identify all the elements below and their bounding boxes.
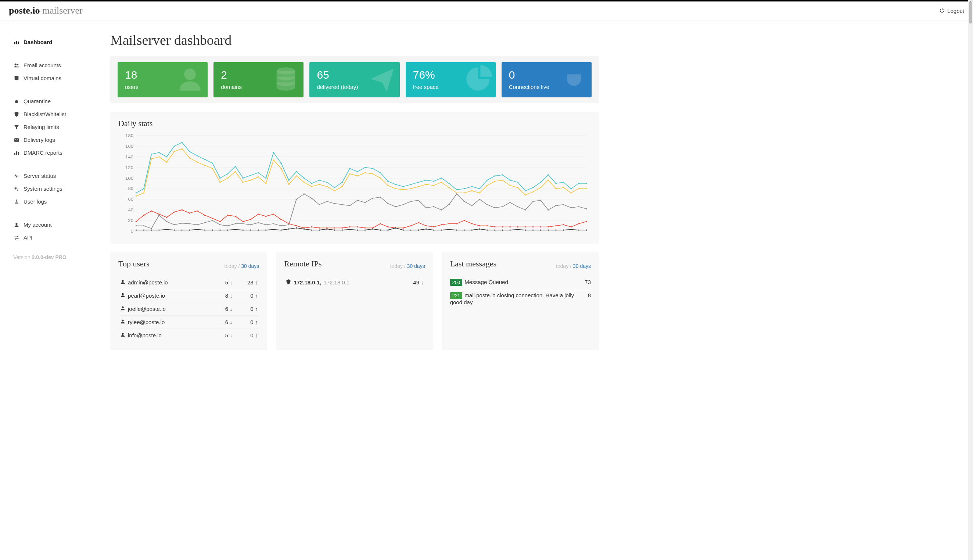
svg-point-146 [509,185,511,186]
svg-point-208 [525,210,526,210]
svg-point-177 [288,224,290,225]
svg-rect-10 [18,152,19,155]
svg-point-50 [235,166,236,167]
sidebar-item-my-account[interactable]: My account [13,218,93,231]
svg-point-86 [509,180,511,181]
daily-stats-title: Daily stats [118,119,591,128]
brand-name: poste.io [9,5,40,16]
svg-point-227 [212,218,213,219]
table-row[interactable]: rylee@poste.io 6 ↓ 0 ↑ [118,316,259,329]
svg-point-195 [425,207,427,208]
svg-point-259 [456,223,458,224]
stat-card-connections-live[interactable]: 0 Connections live [501,62,591,97]
user-icon [120,318,126,325]
svg-point-155 [578,188,580,189]
stat-card-users[interactable]: 18 users [118,62,208,97]
svg-point-221 [166,217,168,218]
svg-point-235 [273,213,274,215]
svg-point-73 [410,184,412,185]
sidebar-item-quarantine[interactable]: Quarantine [13,95,93,108]
table-row[interactable]: joelle@poste.io 6 ↓ 0 ↑ [118,302,259,316]
sidebar-item-email-accounts[interactable]: Email accounts [13,59,93,72]
sidebar-item-blacklist-whitelist[interactable]: Blacklist/Whitelist [13,108,93,120]
svg-point-207 [517,206,518,207]
sidebar-item-delivery-logs[interactable]: Delivery logs [13,133,93,146]
inbound-count: 5 ↓ [215,276,234,289]
svg-point-153 [563,187,565,188]
bar-chart-icon [13,39,20,45]
svg-point-136 [433,185,435,186]
stat-card-free-space[interactable]: 76% free space [406,62,496,97]
svg-point-97 [136,195,137,197]
sidebar-item-relaying-limits[interactable]: Relaying limits [13,120,93,133]
svg-point-40 [158,152,160,153]
svg-point-287 [212,230,213,231]
sidebar-item-dmarc-reports[interactable]: DMARC reports [13,146,93,159]
last-messages-range: today / 30 days [556,263,591,269]
svg-point-66 [357,171,358,172]
stat-card-delivered-today-[interactable]: 65 delivered (today) [309,62,400,97]
svg-point-179 [303,193,305,194]
svg-point-70 [387,181,389,182]
outbound-count: 0 ↑ [234,329,260,342]
svg-point-142 [479,192,480,193]
inbound-count: 6 ↓ [215,302,234,316]
sidebar-item-label: My account [23,222,52,228]
sidebar-item-label: Delivery logs [23,137,55,143]
range-today[interactable]: today [224,263,237,269]
svg-text:180: 180 [125,133,133,138]
svg-point-223 [181,210,183,210]
svg-point-95 [578,183,580,184]
scroll-thumb[interactable] [969,2,972,23]
svg-point-229 [227,215,228,216]
svg-point-237 [288,223,290,224]
svg-point-324 [494,230,496,231]
table-row[interactable]: admin@poste.io 5 ↓ 23 ↑ [118,276,259,289]
svg-point-131 [395,188,397,189]
svg-point-204 [494,207,496,208]
svg-point-290 [235,229,236,230]
svg-text:20: 20 [128,218,133,223]
svg-point-145 [501,180,503,181]
sidebar-item-label: Email accounts [23,62,61,68]
sidebar-item-api[interactable]: API [13,231,93,244]
svg-point-337 [122,280,123,282]
svg-point-45 [197,155,198,156]
daily-stats-chart: 020406080100120140160180 [118,133,591,235]
sidebar-item-dashboard[interactable]: Dashboard [13,36,93,48]
sidebar-item-user-logs[interactable]: User logs [13,195,93,208]
svg-point-267 [517,227,518,227]
list-item[interactable]: 221mail.poste.io closing connection. Hav… [450,289,591,308]
svg-text:140: 140 [125,155,133,160]
svg-point-78 [448,183,450,184]
svg-point-285 [197,229,198,230]
svg-point-141 [471,190,473,192]
svg-point-336 [586,230,587,231]
range-30days[interactable]: 30 days [241,263,259,269]
svg-point-180 [311,198,312,199]
scrollbar[interactable]: ▲ [968,0,973,373]
svg-point-163 [181,223,183,224]
svg-point-53 [258,172,259,173]
sidebar-item-virtual-domains[interactable]: Virtual domains [13,72,93,85]
svg-point-256 [433,227,435,227]
table-row[interactable]: pearl@poste.io 8 ↓ 0 ↑ [118,289,259,302]
svg-point-271 [548,227,549,227]
svg-point-12 [17,189,18,190]
svg-text:80: 80 [128,187,133,192]
sidebar-item-system-settings[interactable]: System settings [13,182,93,195]
table-row[interactable]: info@poste.io 5 ↓ 0 ↑ [118,329,259,342]
logout-button[interactable]: Logout [939,7,964,14]
svg-point-231 [242,221,243,222]
stat-card-domains[interactable]: 2 domains [213,62,303,97]
sidebar-item-server-status[interactable]: Server status [13,169,93,182]
svg-point-72 [402,186,404,187]
table-row[interactable]: 172.18.0.1, 172.18.0.1 49 ↓ [284,276,425,289]
svg-point-98 [143,192,144,193]
svg-point-130 [387,185,389,186]
svg-text:40: 40 [128,208,133,212]
outbound-count: 0 ↑ [234,289,260,302]
list-item[interactable]: 250Message Queued73 [450,276,591,289]
svg-point-280 [158,230,160,231]
top-users-panel: Top users today / 30 days admin@poste.io… [110,252,267,350]
